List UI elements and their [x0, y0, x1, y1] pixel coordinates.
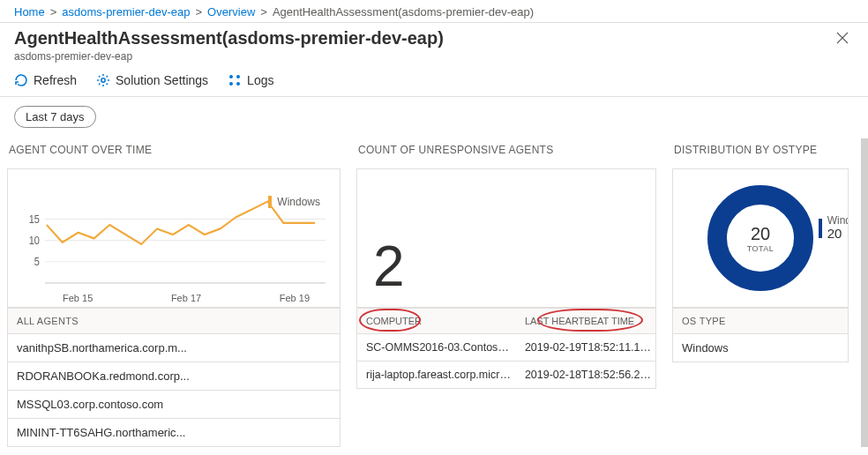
- svg-point-2: [236, 75, 240, 78]
- title-row: AgentHealthAssessment(asdoms-premier-dev…: [0, 23, 868, 64]
- all-agents-header: ALL AGENTS: [7, 308, 340, 334]
- line-chart: 15 10 5: [20, 196, 327, 293]
- refresh-label: Refresh: [34, 73, 77, 87]
- panels: AGENT COUNT OVER TIME Windows 15 10 5 Fe…: [0, 138, 868, 447]
- breadcrumb-workspace[interactable]: asdoms-premier-dev-eap: [62, 5, 190, 19]
- breadcrumb-current: AgentHealthAssessment(asdoms-premier-dev…: [273, 5, 534, 19]
- ostype-row[interactable]: Windows: [672, 334, 849, 362]
- panel-agent-count-title: AGENT COUNT OVER TIME: [7, 138, 340, 168]
- unresponsive-row[interactable]: rija-laptop.fareast.corp.microso... 2019…: [356, 362, 656, 389]
- cell-computer: SC-OMMS2016-03.Contoso.Lo...: [357, 334, 521, 361]
- panel-ostype-title: DISTRIBUTION BY OSTYPE: [672, 138, 849, 168]
- x-tick: Feb 15: [63, 293, 93, 303]
- unresponsive-count: 2: [373, 238, 405, 295]
- time-range-chip[interactable]: Last 7 days: [14, 106, 96, 128]
- y-tick-10: 10: [29, 235, 40, 247]
- y-tick-5: 5: [34, 257, 40, 268]
- breadcrumb-overview[interactable]: Overview: [207, 5, 255, 19]
- agent-row[interactable]: MSSQL03.corp.contoso.com: [7, 391, 340, 419]
- legend-label: Windows: [277, 196, 320, 208]
- agent-row[interactable]: vanithpSB.northamerica.corp.m...: [7, 334, 340, 362]
- agent-count-chart[interactable]: Windows 15 10 5 Feb 15 Feb 17 Feb 19: [7, 168, 340, 308]
- panel-ostype: DISTRIBUTION BY OSTYPE 20 TOTAL Wind 20 …: [672, 138, 849, 447]
- gear-icon: [96, 73, 110, 87]
- title-block: AgentHealthAssessment(asdoms-premier-dev…: [14, 28, 444, 63]
- logs-button[interactable]: Logs: [228, 73, 273, 87]
- cell-computer: rija-laptop.fareast.corp.microso...: [357, 362, 521, 388]
- ostype-chart[interactable]: 20 TOTAL Wind 20: [672, 168, 849, 308]
- toolbar: Refresh Solution Settings Logs: [0, 64, 868, 97]
- panel-unresponsive: COUNT OF UNRESPONSIVE AGENTS 2 COMPUTER …: [356, 138, 656, 447]
- col-last-heartbeat: LAST HEARTBEAT TIME: [521, 309, 655, 333]
- svg-point-1: [229, 75, 233, 78]
- col-computer: COMPUTER: [357, 309, 521, 333]
- close-icon: [836, 32, 849, 44]
- solution-settings-button[interactable]: Solution Settings: [96, 73, 208, 87]
- breadcrumb: Home > asdoms-premier-dev-eap > Overview…: [0, 0, 868, 23]
- breadcrumb-sep: >: [196, 5, 203, 19]
- chart-legend: Windows: [268, 196, 320, 208]
- chart-x-labels: Feb 15 Feb 17 Feb 19: [20, 293, 327, 303]
- agent-row[interactable]: MININT-TT6SAHG.northameric...: [7, 419, 340, 447]
- scrollbar[interactable]: [861, 138, 868, 447]
- logs-label: Logs: [247, 73, 273, 87]
- donut-total-value: 20: [751, 224, 770, 244]
- page-title: AgentHealthAssessment(asdoms-premier-dev…: [14, 28, 444, 48]
- all-agents-list: vanithpSB.northamerica.corp.m... RDORANB…: [7, 334, 340, 447]
- y-tick-15: 15: [29, 213, 40, 225]
- breadcrumb-sep: >: [260, 5, 267, 19]
- donut-legend: Wind 20: [819, 215, 849, 242]
- svg-point-4: [236, 82, 240, 86]
- unresponsive-table-header: COMPUTER LAST HEARTBEAT TIME: [356, 308, 656, 334]
- refresh-button[interactable]: Refresh: [14, 73, 77, 87]
- panel-unresponsive-title: COUNT OF UNRESPONSIVE AGENTS: [356, 138, 656, 168]
- donut-legend-value: 20: [827, 227, 849, 242]
- ostype-header: OS TYPE: [672, 308, 849, 334]
- filter-row: Last 7 days: [0, 97, 868, 138]
- logs-icon: [228, 73, 242, 87]
- agent-row[interactable]: RDORANBOOKa.redmond.corp...: [7, 362, 340, 391]
- close-button[interactable]: [831, 28, 854, 51]
- cell-heartbeat: 2019-02-19T18:52:11.133Z: [521, 334, 655, 361]
- cell-heartbeat: 2019-02-18T18:52:56.28Z: [521, 362, 655, 388]
- x-tick: Feb 19: [280, 293, 310, 303]
- unresponsive-count-card[interactable]: 2: [356, 168, 656, 308]
- refresh-icon: [14, 73, 28, 87]
- ostype-list: Windows: [672, 334, 849, 362]
- svg-point-0: [101, 78, 105, 82]
- time-range-label: Last 7 days: [26, 110, 85, 123]
- legend-swatch-icon: [819, 219, 822, 238]
- donut-center: 20 TOTAL: [707, 185, 813, 291]
- page-subtitle: asdoms-premier-dev-eap: [14, 50, 444, 63]
- donut: 20 TOTAL: [707, 185, 813, 291]
- legend-swatch-icon: [268, 196, 272, 208]
- solution-settings-label: Solution Settings: [116, 73, 208, 87]
- breadcrumb-home[interactable]: Home: [14, 5, 45, 19]
- unresponsive-row[interactable]: SC-OMMS2016-03.Contoso.Lo... 2019-02-19T…: [356, 334, 656, 362]
- panel-agent-count: AGENT COUNT OVER TIME Windows 15 10 5 Fe…: [7, 138, 340, 447]
- x-tick: Feb 17: [171, 293, 201, 303]
- svg-point-3: [229, 82, 233, 86]
- donut-total-label: TOTAL: [747, 244, 774, 253]
- breadcrumb-sep: >: [50, 5, 57, 19]
